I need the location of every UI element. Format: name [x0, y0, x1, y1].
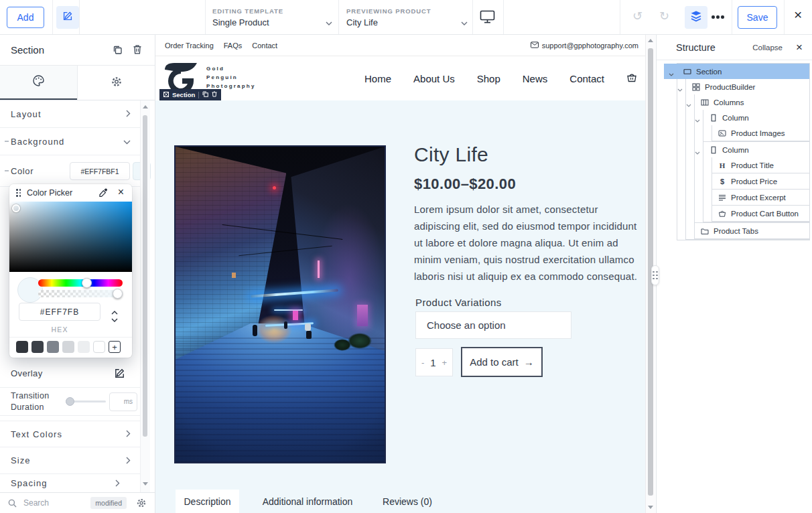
- close-structure-icon[interactable]: ×: [796, 41, 803, 54]
- hue-slider[interactable]: [38, 279, 123, 287]
- tab-settings[interactable]: [77, 66, 155, 100]
- hex-input[interactable]: [19, 303, 100, 321]
- tree-item-product-price[interactable]: $ Product Price: [712, 173, 809, 189]
- duplicate-icon[interactable]: [113, 45, 123, 58]
- add-to-cart-button[interactable]: Add to cart →: [461, 347, 543, 377]
- transition-ms-input[interactable]: ms: [109, 392, 137, 411]
- eyedropper-icon[interactable]: [98, 188, 108, 200]
- chevron-down-icon[interactable]: [686, 100, 691, 108]
- saved-swatch[interactable]: [93, 341, 105, 353]
- accordion-text-colors[interactable]: Text Colors: [0, 421, 140, 447]
- collapse-link[interactable]: Collapse: [752, 44, 783, 52]
- tree-item-product-tabs[interactable]: Product Tabs: [695, 223, 809, 238]
- chevron-down-icon[interactable]: [677, 85, 683, 93]
- scroll-up-arrow[interactable]: [143, 105, 148, 108]
- nav-about-us[interactable]: About Us: [413, 73, 455, 84]
- color-value-input[interactable]: [70, 162, 130, 180]
- search-input[interactable]: [22, 498, 82, 508]
- redo-icon[interactable]: ↻: [659, 9, 669, 23]
- tab-description[interactable]: Description: [176, 490, 239, 513]
- link-faqs[interactable]: FAQs: [224, 42, 243, 50]
- undo-icon[interactable]: ↺: [632, 9, 642, 23]
- close-builder-icon[interactable]: ×: [794, 7, 802, 21]
- link-order-tracking[interactable]: Order Tracking: [165, 42, 214, 50]
- alpha-handle[interactable]: [113, 289, 123, 299]
- edit-overlay-icon[interactable]: [114, 368, 125, 382]
- tree-item-productbuilder[interactable]: ProductBuilder: [686, 79, 809, 94]
- selected-section-badge[interactable]: Section: [159, 89, 221, 100]
- inspector-title: Section: [11, 44, 44, 56]
- tree-item-columns[interactable]: Columns: [695, 94, 809, 110]
- filter-gear-icon[interactable]: [136, 498, 147, 511]
- saturation-gradient-area[interactable]: [9, 202, 132, 272]
- basket-icon[interactable]: [626, 72, 637, 84]
- add-swatch-button[interactable]: +: [109, 341, 121, 353]
- saturation-selector-ring[interactable]: [12, 204, 20, 212]
- accordion-spacing[interactable]: Spacing: [0, 474, 140, 492]
- close-picker-icon[interactable]: ×: [118, 186, 124, 198]
- nav-home[interactable]: Home: [364, 73, 391, 84]
- chevron-down-icon[interactable]: [695, 148, 700, 156]
- tree-item-column[interactable]: Column: [703, 142, 809, 157]
- chevron-down-icon[interactable]: [695, 116, 700, 124]
- tab-additional-information[interactable]: Additional information: [241, 490, 375, 513]
- tree-item-product-title[interactable]: H Product Title: [712, 157, 809, 173]
- tree-node-product-images: Product Images: [712, 125, 810, 141]
- edit-mode-button[interactable]: [56, 6, 79, 29]
- saved-swatch[interactable]: [78, 341, 90, 353]
- drag-handle-icon[interactable]: [16, 189, 21, 197]
- nav-shop[interactable]: Shop: [477, 73, 500, 84]
- add-button[interactable]: Add: [7, 7, 44, 28]
- modified-filter-badge[interactable]: modified: [90, 497, 127, 509]
- product-image[interactable]: [174, 145, 386, 463]
- tree-item-column[interactable]: Column: [703, 110, 809, 125]
- format-down-icon[interactable]: [111, 313, 118, 325]
- chevron-down-icon: [326, 16, 332, 28]
- scroll-down-arrow[interactable]: [143, 482, 148, 486]
- tree-item-product-cart-button[interactable]: Product Cart Button: [712, 206, 809, 221]
- more-options-button[interactable]: [712, 15, 724, 19]
- hue-handle[interactable]: [82, 278, 92, 288]
- nav-contact[interactable]: Contact: [569, 73, 604, 84]
- save-button[interactable]: Save: [738, 6, 777, 29]
- tree-item-product-excerpt[interactable]: Product Excerpt: [712, 190, 809, 205]
- scrollbar-thumb[interactable]: [143, 115, 147, 437]
- accordion-layout[interactable]: Layout: [0, 100, 140, 128]
- structure-panel-toggle-button[interactable]: [685, 6, 707, 29]
- badge-duplicate-icon[interactable]: [202, 91, 208, 98]
- badge-trash-icon[interactable]: [212, 91, 217, 98]
- transition-slider[interactable]: [67, 400, 106, 402]
- chevron-down-icon[interactable]: [669, 70, 674, 78]
- alpha-slider[interactable]: [38, 290, 123, 297]
- product-excerpt[interactable]: Lorem ipsum dolor sit amet, consectetur …: [414, 201, 638, 285]
- saved-swatch[interactable]: [47, 341, 59, 353]
- inspector-scrollbar[interactable]: [140, 100, 150, 492]
- quantity-value: 1: [430, 357, 435, 368]
- trash-icon[interactable]: [133, 44, 142, 58]
- quantity-plus-button[interactable]: +: [442, 358, 447, 368]
- slider-handle[interactable]: [66, 397, 74, 406]
- desktop-viewport-icon[interactable]: [480, 10, 495, 27]
- tab-reviews[interactable]: Reviews (0): [363, 490, 452, 513]
- product-title[interactable]: City Life: [414, 143, 488, 166]
- quantity-stepper[interactable]: - 1 +: [415, 348, 453, 376]
- nav-news[interactable]: News: [523, 73, 548, 84]
- logo-line: Gold: [206, 65, 256, 74]
- variation-select[interactable]: Choose an option: [415, 311, 571, 339]
- accordion-size[interactable]: Size: [0, 447, 140, 474]
- scroll-up-arrow[interactable]: [648, 39, 653, 42]
- tree-item-section[interactable]: Section: [677, 64, 809, 79]
- support-email[interactable]: support@gpphotography.com: [531, 42, 638, 50]
- saved-swatch[interactable]: [16, 341, 28, 353]
- accordion-background[interactable]: Background: [0, 128, 140, 155]
- saved-swatch[interactable]: [62, 341, 74, 353]
- tab-design[interactable]: [0, 66, 77, 100]
- quantity-minus-button[interactable]: -: [421, 358, 424, 368]
- product-price[interactable]: $10.00–$20.00: [414, 175, 516, 193]
- tree-item-product-images[interactable]: Product Images: [712, 125, 809, 141]
- saved-swatch[interactable]: [31, 341, 44, 353]
- link-contact[interactable]: Contact: [252, 42, 277, 50]
- panel-resize-handle[interactable]: [651, 265, 659, 285]
- cart-icon: [718, 210, 727, 218]
- scroll-down-arrow[interactable]: [648, 506, 653, 509]
